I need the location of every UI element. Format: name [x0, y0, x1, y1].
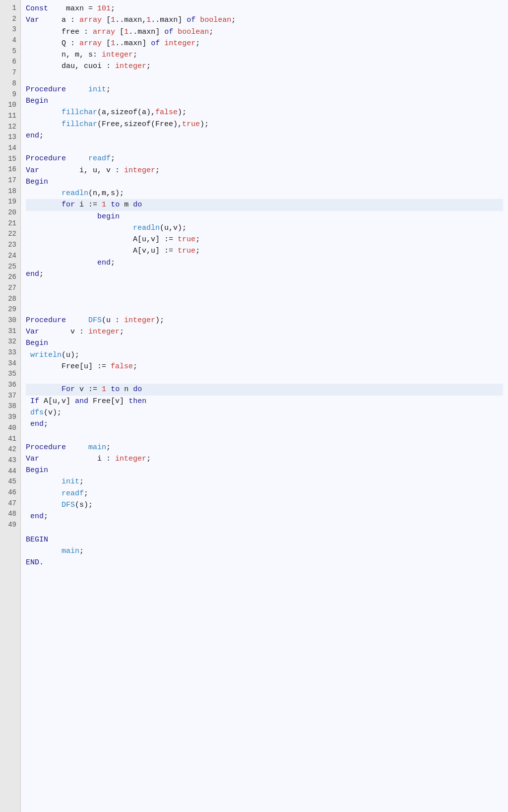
code-content[interactable]: Const maxn = 101; Var a : array [1..maxn…: [21, 0, 508, 812]
line-num-22: 22: [3, 229, 16, 240]
code-line-17: readln(n,m,s);: [26, 188, 503, 199]
code-line-21: A[u,v] := true;: [26, 234, 503, 245]
line-num-6: 6: [3, 57, 16, 68]
line-num-34: 34: [3, 358, 16, 369]
line-num-12: 12: [3, 122, 16, 133]
line-num-21: 21: [3, 218, 16, 229]
line-num-33: 33: [3, 347, 16, 358]
line-num-47: 47: [3, 498, 16, 509]
code-line-44: DFS(s);: [26, 499, 503, 511]
code-line-7: [26, 72, 503, 84]
code-line-2: Var a : array [1..maxn,1..maxn] of boole…: [26, 14, 503, 26]
line-num-30: 30: [3, 315, 16, 326]
code-line-4: Q : array [1..maxn] of integer;: [26, 38, 503, 49]
code-line-42: init;: [26, 476, 503, 487]
code-line-13: [26, 141, 503, 153]
code-line-18: for i := 1 to m do: [26, 199, 503, 210]
code-line-27: [26, 303, 503, 315]
line-num-37: 37: [3, 391, 16, 402]
code-line-32: Free[u] := false;: [26, 361, 503, 372]
line-num-4: 4: [3, 35, 16, 46]
code-line-14: Procedure readf;: [26, 153, 503, 164]
code-line-23: end;: [26, 257, 503, 269]
line-numbers: 1 2 3 4 5 6 7 8 9 10 11 12 13 14 15 16 1…: [0, 0, 21, 812]
code-line-5: n, m, s: integer;: [26, 49, 503, 61]
code-line-47: BEGIN: [26, 534, 503, 545]
line-num-7: 7: [3, 68, 16, 78]
line-num-49: 49: [3, 520, 16, 531]
line-num-20: 20: [3, 207, 16, 218]
line-num-17: 17: [3, 175, 16, 186]
line-num-43: 43: [3, 455, 16, 466]
line-num-26: 26: [3, 272, 16, 283]
code-line-43: readf;: [26, 488, 503, 499]
line-num-36: 36: [3, 380, 16, 391]
line-num-38: 38: [3, 401, 16, 412]
code-line-31: writeln(u);: [26, 349, 503, 361]
line-num-41: 41: [3, 434, 16, 445]
code-line-22: A[v,u] := true;: [26, 245, 503, 257]
code-line-19: begin: [26, 211, 503, 222]
code-line-11: fillchar(Free,sizeof(Free),true);: [26, 119, 503, 130]
code-line-24: end;: [26, 269, 503, 280]
line-num-9: 9: [3, 89, 16, 100]
line-num-48: 48: [3, 509, 16, 520]
line-num-3: 3: [3, 24, 16, 35]
code-editor: 1 2 3 4 5 6 7 8 9 10 11 12 13 14 15 16 1…: [0, 0, 508, 812]
line-num-19: 19: [3, 197, 16, 207]
code-line-48: main;: [26, 545, 503, 557]
line-num-39: 39: [3, 412, 16, 423]
line-num-5: 5: [3, 46, 16, 57]
code-line-35: If A[u,v] and Free[v] then: [26, 396, 503, 407]
line-num-10: 10: [3, 100, 16, 111]
line-num-25: 25: [3, 262, 16, 272]
code-line-33: [26, 372, 503, 384]
line-num-44: 44: [3, 466, 16, 477]
line-num-16: 16: [3, 164, 16, 175]
code-line-37: end;: [26, 418, 503, 430]
line-num-40: 40: [3, 423, 16, 434]
line-num-13: 13: [3, 132, 16, 143]
line-num-2: 2: [3, 14, 16, 25]
code-line-20: readln(u,v);: [26, 222, 503, 234]
code-line-15: Var i, u, v : integer;: [26, 165, 503, 176]
line-num-27: 27: [3, 283, 16, 294]
line-num-18: 18: [3, 186, 16, 197]
code-line-6: dau, cuoi : integer;: [26, 61, 503, 72]
code-line-12: end;: [26, 130, 503, 141]
code-line-8: Procedure init;: [26, 84, 503, 95]
code-line-46: [26, 522, 503, 534]
line-num-31: 31: [3, 326, 16, 337]
line-num-11: 11: [3, 111, 16, 122]
code-line-16: Begin: [26, 176, 503, 188]
line-num-24: 24: [3, 251, 16, 262]
line-num-23: 23: [3, 240, 16, 251]
line-num-45: 45: [3, 476, 16, 487]
code-line-26: [26, 291, 503, 303]
code-line-25: [26, 280, 503, 291]
code-line-49: END.: [26, 557, 503, 568]
line-num-42: 42: [3, 444, 16, 455]
code-line-30: Begin: [26, 338, 503, 349]
line-num-29: 29: [3, 304, 16, 315]
code-line-28: Procedure DFS(u : integer);: [26, 315, 503, 326]
code-line-34: For v := 1 to n do: [26, 384, 503, 395]
code-line-9: Begin: [26, 95, 503, 107]
line-num-14: 14: [3, 143, 16, 154]
line-num-8: 8: [3, 78, 16, 89]
line-num-46: 46: [3, 487, 16, 498]
code-line-39: Procedure main;: [26, 442, 503, 453]
code-line-1: Const maxn = 101;: [26, 3, 503, 14]
code-line-10: fillchar(a,sizeof(a),false);: [26, 107, 503, 118]
line-num-1: 1: [3, 3, 16, 14]
code-line-29: Var v : integer;: [26, 326, 503, 338]
code-line-38: [26, 430, 503, 441]
code-line-40: Var i : integer;: [26, 453, 503, 465]
code-line-45: end;: [26, 511, 503, 522]
line-num-35: 35: [3, 369, 16, 380]
code-line-41: Begin: [26, 465, 503, 476]
line-num-28: 28: [3, 294, 16, 305]
line-num-15: 15: [3, 154, 16, 165]
code-line-36: dfs(v);: [26, 407, 503, 418]
code-line-3: free : array [1..maxn] of boolean;: [26, 26, 503, 38]
